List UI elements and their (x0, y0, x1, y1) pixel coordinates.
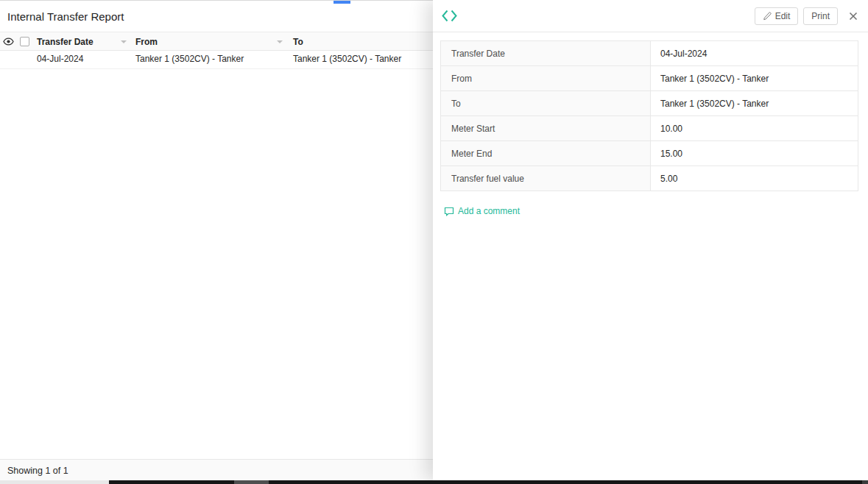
caret-down-icon[interactable] (121, 40, 127, 43)
detail-fields-table: Transfer Date 04-Jul-2024 From Tanker 1 … (440, 40, 858, 191)
field-value: 15.00 (651, 141, 858, 166)
column-header-transfer-date[interactable]: Transfer Date (37, 32, 93, 51)
detail-row-meter-start: Meter Start 10.00 (441, 116, 858, 141)
field-label: Transfer fuel value (441, 166, 651, 191)
edit-button-label: Edit (775, 11, 791, 21)
cell-transfer-date: 04-Jul-2024 (37, 51, 83, 69)
detail-row-to: To Tanker 1 (3502CV) - Tanker (441, 91, 858, 116)
field-label: Meter Start (441, 116, 651, 141)
caret-down-icon[interactable] (277, 40, 283, 43)
add-comment-label: Add a comment (458, 206, 520, 216)
chevron-right-icon[interactable] (450, 10, 458, 22)
detail-row-meter-end: Meter End 15.00 (441, 141, 858, 166)
scrollbar-corner (862, 480, 868, 484)
detail-toolbar: Edit Print (433, 0, 868, 32)
field-value: Tanker 1 (3502CV) - Tanker (651, 66, 858, 91)
title-bar: Internal Transfer Report (0, 1, 433, 32)
field-value: 5.00 (651, 166, 858, 191)
detail-panel: Edit Print Transfer Date 04-Jul-2024 (433, 0, 868, 480)
close-icon[interactable] (847, 10, 859, 22)
detail-row-transfer-date: Transfer Date 04-Jul-2024 (441, 41, 858, 66)
field-label: Transfer Date (441, 41, 651, 66)
status-showing-count: Showing 1 of 1 (7, 466, 68, 476)
column-header-to[interactable]: To (293, 32, 303, 51)
cell-to: Tanker 1 (3502CV) - Tanker (293, 51, 401, 69)
scrollbar-gutter (0, 480, 109, 484)
print-button-label: Print (811, 11, 830, 21)
scrollbar-thumb[interactable] (234, 480, 269, 484)
pencil-icon (763, 12, 772, 21)
chevron-left-icon[interactable] (441, 10, 449, 22)
add-comment-link[interactable]: Add a comment (444, 206, 520, 216)
detail-row-transfer-fuel-value: Transfer fuel value 5.00 (441, 166, 858, 191)
app-window: Internal Transfer Report Transfer Date F… (0, 0, 868, 484)
horizontal-scrollbar (0, 480, 868, 484)
speech-bubble-icon (444, 207, 454, 216)
toolbar-actions: Edit Print (755, 7, 859, 25)
page-title: Internal Transfer Report (7, 10, 124, 23)
scrollbar-track (109, 480, 868, 484)
select-all-checkbox[interactable] (20, 37, 29, 46)
cell-from: Tanker 1 (3502CV) - Tanker (135, 51, 244, 69)
edit-button[interactable]: Edit (755, 7, 799, 25)
field-label: Meter End (441, 141, 651, 166)
field-label: From (441, 66, 651, 91)
print-button[interactable]: Print (803, 7, 838, 25)
eye-icon[interactable] (3, 37, 14, 46)
field-value: 10.00 (651, 116, 858, 141)
detail-row-from: From Tanker 1 (3502CV) - Tanker (441, 66, 858, 91)
field-value: Tanker 1 (3502CV) - Tanker (651, 91, 858, 116)
top-scroll-indicator (334, 1, 350, 4)
column-header-from[interactable]: From (135, 32, 158, 51)
field-label: To (441, 91, 651, 116)
field-value: 04-Jul-2024 (651, 41, 858, 66)
